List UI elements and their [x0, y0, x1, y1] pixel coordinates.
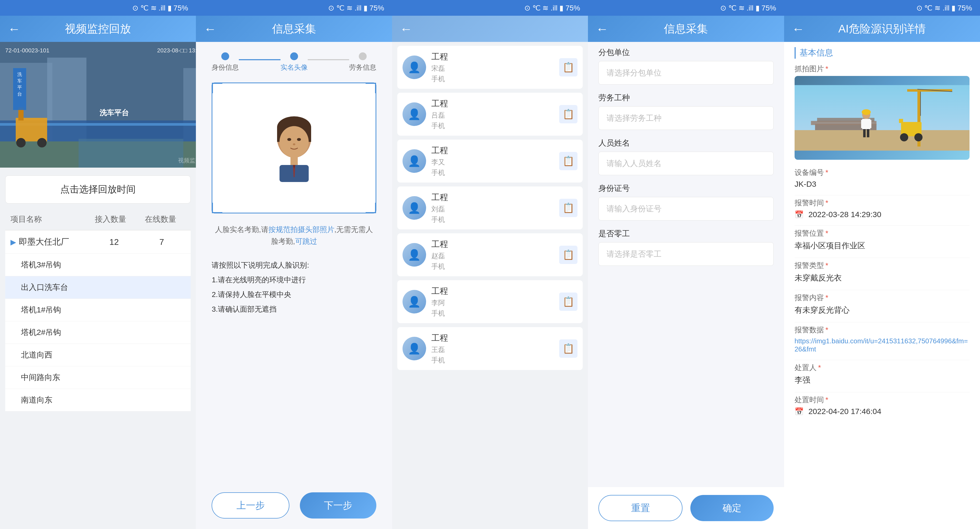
form-input-name[interactable]: 请输入人员姓名	[598, 152, 773, 175]
form-label-4: 是否零工	[598, 228, 773, 239]
table-row-child-3[interactable]: 塔机2#吊钩	[5, 321, 191, 344]
worker-action-icon-1[interactable]: 📋	[559, 105, 578, 123]
svg-text:72-01-00023-101: 72-01-00023-101	[5, 47, 49, 54]
worker-meta-2: 李又	[431, 158, 554, 167]
worker-name-4: 工程	[431, 238, 554, 250]
list-item-2[interactable]: 👤 工程 李又 手机 📋	[397, 140, 583, 183]
form-placeholder-2: 请输入人员姓名	[606, 158, 662, 169]
panel-ai-detail: ⊙ ℃ ≋ .ill ▮ 75% ← AI危险源识别详情 基本信息 抓拍图片 *	[784, 0, 980, 529]
table-row-child-4[interactable]: 北道向西	[5, 344, 191, 366]
form-label-1: 劳务工种	[598, 92, 773, 103]
instruction-3: 3.请确认面部无遮挡	[212, 302, 376, 317]
worker-phone-0: 手机	[431, 75, 554, 84]
worker-action-icon-0[interactable]: 📋	[559, 58, 578, 76]
form-group-2: 人员姓名 请输入人员姓名	[598, 138, 773, 175]
alert-content-field: 报警内容 * 有未穿反光背心	[795, 293, 969, 316]
divider-5	[795, 322, 969, 322]
worker-meta-6: 王磊	[431, 345, 554, 354]
worker-action-icon-2[interactable]: 📋	[559, 152, 578, 170]
step-indicator: 身份信息 实名头像 劳务信息	[196, 42, 392, 77]
device-id-value: JK-D3	[795, 180, 969, 189]
list-item-5[interactable]: 👤 工程 李阿 手机 📋	[397, 280, 583, 323]
step-label-2: 实名头像	[280, 63, 308, 72]
svg-rect-47	[863, 129, 865, 137]
required-star-2: *	[826, 199, 828, 207]
svg-text:台: 台	[17, 91, 22, 97]
table-row-child-0[interactable]: 塔机3#吊钩	[5, 254, 191, 276]
back-button-2[interactable]: ←	[204, 22, 216, 36]
table-row-parent[interactable]: ▶ 即墨大任北厂 12 7	[5, 230, 191, 254]
child-name-5: 中间路向东	[21, 372, 185, 383]
nav-bar-2: ← 信息采集	[196, 16, 392, 42]
list-item-6[interactable]: 👤 工程 王磊 手机 📋	[397, 327, 583, 370]
table-row-child-6[interactable]: 南道向东	[5, 389, 191, 411]
face-instructions: 请按照以下说明完成人脸识别: 1.请在光线明亮的环境中进行 2.请保持人脸在平模…	[196, 253, 392, 322]
divider-6	[795, 360, 969, 360]
worker-list: 👤 工程 宋磊 手机 📋 👤 工程 吕磊 手机 📋 👤 工程 李又 手机	[392, 42, 588, 529]
back-button-3[interactable]: ←	[400, 22, 412, 36]
face-hint-text: 人脸实名考勤,请	[215, 226, 269, 234]
child-name-6: 南道向东	[21, 395, 185, 405]
worker-action-icon-4[interactable]: 📋	[559, 246, 578, 264]
required-star-6: *	[826, 326, 828, 334]
child-name-1: 出入口洗车台	[21, 282, 185, 293]
form-input-parttime[interactable]: 请选择是否零工	[598, 242, 773, 266]
table-row-child-5[interactable]: 中间路向东	[5, 366, 191, 389]
worker-avatar-1: 👤	[402, 102, 426, 126]
divider-1	[795, 195, 969, 195]
panel-form: ⊙ ℃ ≋ .ill ▮ 75% ← 信息采集 分包单位 请选择分包单位 劳务工…	[588, 0, 784, 529]
list-item-0[interactable]: 👤 工程 宋磊 手机 📋	[397, 46, 583, 89]
alert-data-value[interactable]: https://img1.baidu.com/it/u=2415311632,7…	[795, 337, 969, 353]
required-star-7: *	[818, 364, 821, 372]
prev-button[interactable]: 上一步	[212, 492, 289, 518]
handler-label: 处置人 *	[795, 363, 969, 373]
worker-action-icon-6[interactable]: 📋	[559, 339, 578, 358]
nav-bar-1: ← 视频监控回放	[0, 16, 196, 42]
child-name-0: 塔机3#吊钩	[21, 259, 185, 270]
alert-time-value: 2022-03-28 14:29:30	[808, 210, 881, 219]
list-item-4[interactable]: 👤 工程 赵磊 手机 📋	[397, 234, 583, 276]
list-item-3[interactable]: 👤 工程 刘磊 手机 📋	[397, 186, 583, 229]
form-input-subcontract[interactable]: 请选择分包单位	[598, 61, 773, 84]
battery-icon: ⊙ ℃ ≋ .ill ▮ 75%	[132, 4, 188, 12]
worker-avatar-2: 👤	[402, 149, 426, 173]
worker-avatar-0: 👤	[402, 56, 426, 79]
video-scene: 洗车平台 72-01-00023-101 2023-08-□□ 13:11:01…	[0, 42, 196, 168]
svg-point-9	[16, 138, 25, 148]
worker-name-3: 工程	[431, 192, 554, 203]
worker-meta-4: 赵磊	[431, 251, 554, 261]
video-player[interactable]: 洗车平台 72-01-00023-101 2023-08-□□ 13:11:01…	[0, 42, 196, 168]
form-label-2: 人员姓名	[598, 138, 773, 148]
worker-avatar-3: 👤	[402, 196, 426, 220]
worker-name-5: 工程	[431, 286, 554, 297]
worker-action-icon-5[interactable]: 📋	[559, 292, 578, 311]
form-input-idcard[interactable]: 请输入身份证号	[598, 197, 773, 221]
back-button-1[interactable]: ←	[8, 22, 21, 36]
reset-button[interactable]: 重置	[598, 495, 682, 521]
alert-time-label: 报警时间 *	[795, 198, 969, 208]
table-row-child-2[interactable]: 塔机1#吊钩	[5, 299, 191, 321]
handle-time-value: 2022-04-20 17:46:04	[808, 407, 881, 416]
battery-icon-4: ⊙ ℃ ≋ .ill ▮ 75%	[720, 4, 776, 12]
required-star-0: *	[826, 65, 828, 73]
worker-avatar-6: 👤	[402, 337, 426, 361]
skip-link[interactable]: 可跳过	[295, 237, 317, 245]
back-button-4[interactable]: ←	[596, 22, 608, 36]
confirm-button[interactable]: 确定	[690, 495, 773, 521]
table-header: 项目名称 接入数量 在线数量	[5, 209, 191, 230]
worker-action-icon-3[interactable]: 📋	[559, 199, 578, 217]
worker-name-6: 工程	[431, 332, 554, 344]
face-hint-link[interactable]: 按规范拍摄头部照片	[269, 226, 334, 234]
battery-icon-5: ⊙ ℃ ≋ .ill ▮ 75%	[916, 4, 972, 12]
handle-time-field: 处置时间 * 📅 2022-04-20 17:46:04	[795, 395, 969, 416]
next-button[interactable]: 下一步	[300, 492, 376, 518]
time-selector[interactable]: 点击选择回放时间	[5, 175, 191, 203]
status-bar-2: ⊙ ℃ ≋ .ill ▮ 75%	[196, 0, 392, 16]
table-row-child-1[interactable]: 出入口洗车台	[5, 276, 191, 299]
list-item-1[interactable]: 👤 工程 吕磊 手机 📋	[397, 93, 583, 136]
form-input-worktype[interactable]: 请选择劳务工种	[598, 106, 773, 130]
device-id-field: 设备编号 * JK-D3	[795, 168, 969, 189]
back-button-5[interactable]: ←	[792, 22, 805, 36]
svg-text:平: 平	[17, 85, 22, 90]
form-content: 分包单位 请选择分包单位 劳务工种 请选择劳务工种 人员姓名 请输入人员姓名 身…	[588, 42, 784, 487]
